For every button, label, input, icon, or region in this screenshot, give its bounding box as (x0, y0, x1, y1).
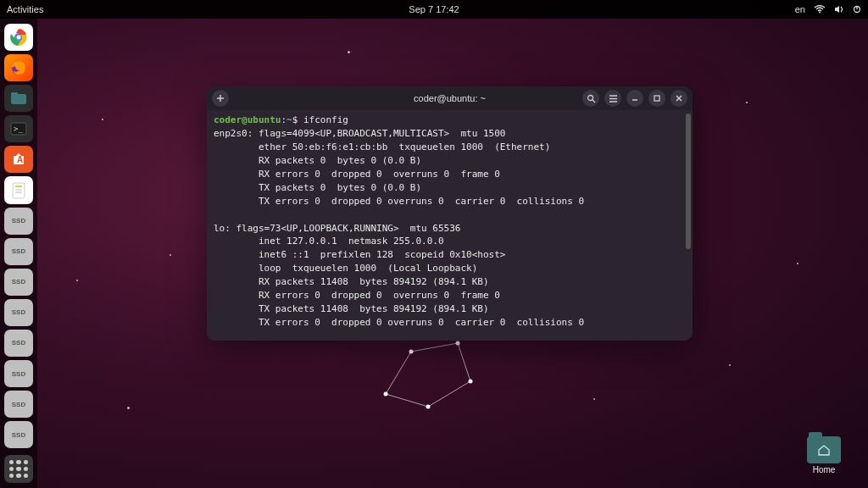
maximize-button[interactable] (648, 90, 665, 107)
terminal-window: coder@ubuntu: ~ coder@ubuntu:~$ ifconfig… (207, 86, 693, 341)
svg-text:>_: >_ (14, 125, 23, 133)
dock-drive-8[interactable]: SSD (4, 421, 33, 448)
svg-line-25 (593, 100, 595, 103)
top-bar: Activities Sep 7 17:42 en (0, 0, 868, 19)
svg-point-4 (426, 405, 431, 409)
svg-rect-30 (654, 96, 659, 101)
svg-point-2 (456, 341, 460, 346)
svg-point-3 (469, 380, 473, 384)
activities-button[interactable]: Activities (7, 4, 43, 14)
prompt-user: coder@ubuntu (214, 114, 281, 125)
hamburger-menu-button[interactable] (604, 90, 621, 107)
dock-app-firefox[interactable] (4, 54, 33, 81)
dock-drive-1[interactable]: SSD (4, 208, 33, 235)
svg-rect-13 (11, 92, 18, 96)
svg-point-1 (409, 350, 414, 354)
power-icon[interactable] (853, 5, 861, 14)
dock-drive-5[interactable]: SSD (4, 330, 33, 357)
svg-point-5 (819, 12, 821, 14)
svg-rect-18 (13, 183, 25, 198)
volume-icon[interactable] (834, 5, 844, 14)
svg-text:A: A (17, 155, 23, 164)
show-applications-button[interactable] (4, 455, 33, 483)
window-title: coder@ubuntu: ~ (414, 93, 486, 103)
dock-drive-4[interactable]: SSD (4, 299, 33, 326)
terminal-body[interactable]: coder@ubuntu:~$ ifconfig enp2s0: flags=4… (207, 110, 693, 341)
desktop-home-label: Home (813, 465, 836, 474)
dock-drive-6[interactable]: SSD (4, 360, 33, 387)
dock: >_ A SSD SSD SSD SSD SSD SSD SSD SSD (0, 19, 37, 488)
svg-point-10 (17, 36, 21, 40)
dock-app-software[interactable]: A (4, 146, 33, 173)
clock[interactable]: Sep 7 17:42 (409, 4, 459, 14)
svg-point-24 (587, 95, 593, 100)
minimize-button[interactable] (626, 90, 643, 107)
input-language-indicator[interactable]: en (795, 4, 805, 14)
wifi-icon[interactable] (814, 5, 826, 14)
prompt-dollar: $ (292, 114, 298, 125)
dock-drive-3[interactable]: SSD (4, 269, 33, 296)
dock-drive-7[interactable]: SSD (4, 391, 33, 418)
command-text: ifconfig (303, 114, 348, 125)
dock-app-chrome[interactable] (4, 24, 33, 51)
dock-app-files[interactable] (4, 85, 33, 112)
dock-app-terminal[interactable]: >_ (4, 115, 33, 142)
terminal-output: enp2s0: flags=4099<UP,BROADCAST,MULTICAS… (214, 128, 635, 341)
window-titlebar[interactable]: coder@ubuntu: ~ (207, 86, 693, 110)
dock-app-texteditor[interactable] (4, 176, 33, 203)
terminal-scrollbar[interactable] (686, 114, 691, 249)
dock-drive-2[interactable]: SSD (4, 238, 33, 265)
wallpaper-constellation (377, 335, 496, 419)
prompt-path: ~ (287, 114, 292, 125)
desktop-home-folder[interactable]: Home (800, 436, 848, 474)
close-button[interactable] (670, 90, 687, 107)
search-button[interactable] (582, 90, 599, 107)
new-tab-button[interactable] (212, 90, 229, 107)
home-folder-icon (807, 436, 841, 463)
svg-point-0 (384, 392, 388, 396)
